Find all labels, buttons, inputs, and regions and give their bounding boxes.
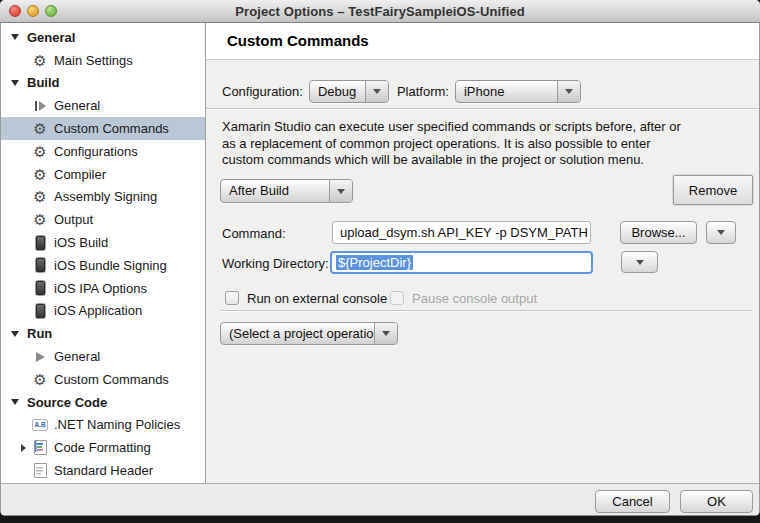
run-on-external-console-checkbox[interactable] [225,291,239,305]
command-variables-dropdown-button[interactable] [706,221,736,244]
sidebar-item-compiler[interactable]: Compiler [1,163,205,186]
platform-dropdown[interactable]: iPhone [455,80,581,103]
working-directory-label: Working Directory: [222,256,329,271]
disclosure-down-icon [11,34,19,40]
gear-icon [32,121,48,137]
run-on-external-console-label: Run on external console [247,291,387,306]
gear-icon [32,371,48,387]
platform-label: Platform: [397,84,449,99]
sidebar-item-label: Custom Commands [54,121,169,136]
chevron-down-icon [557,81,580,102]
sidebar-section-build[interactable]: Build [1,72,205,95]
gear-icon [32,143,48,159]
sidebar-item-main-settings[interactable]: Main Settings [1,49,205,72]
gear-icon [32,52,48,68]
working-directory-input[interactable]: ${ProjectDir} [330,251,593,274]
chevron-down-icon [636,260,644,265]
configuration-value: Debug [310,81,365,102]
sidebar-item-label: Custom Commands [54,372,169,387]
working-directory-variables-dropdown-button[interactable] [621,251,658,273]
sidebar-section-label: Source Code [27,395,107,410]
chevron-down-icon [717,230,725,235]
pause-console-output-label: Pause console output [412,291,537,306]
window-title: Project Options – TestFairySampleiOS-Uni… [0,0,760,23]
description-line: custom commands which will be available … [222,152,681,169]
play-icon [32,349,48,365]
sidebar-item-label: .NET Naming Policies [54,417,180,432]
iphone-icon [32,303,48,319]
sidebar-item-label: Code Formatting [54,440,151,455]
sidebar-section-source-code[interactable]: Source Code [1,391,205,414]
chevron-down-icon [365,81,388,102]
project-operation-value: (Select a project operation) [221,323,374,344]
sidebar-item-standard-header[interactable]: Standard Header [1,459,205,482]
project-options-window: Project Options – TestFairySampleiOS-Uni… [0,0,760,516]
divider [220,310,752,312]
sidebar-item-run-custom-commands[interactable]: Custom Commands [1,368,205,391]
sidebar-item-label: Main Settings [54,53,133,68]
sidebar-item-build-custom-commands[interactable]: Custom Commands [1,117,205,140]
gear-icon [32,166,48,182]
disclosure-down-icon [11,399,19,405]
gear-icon [32,189,48,205]
sidebar-section-label: Run [27,326,52,341]
sidebar-item-label: General [54,98,100,113]
ab-badge-icon [32,417,48,433]
remove-button[interactable]: Remove [673,175,753,205]
sidebar-item-net-naming-policies[interactable]: .NET Naming Policies [1,414,205,437]
configuration-row: Configuration: Debug Platform: iPhone [222,80,581,103]
sidebar-section-general[interactable]: General [1,26,205,49]
sidebar-item-configurations[interactable]: Configurations [1,140,205,163]
sidebar-item-ios-ipa-options[interactable]: iOS IPA Options [1,277,205,300]
project-operation-dropdown[interactable]: (Select a project operation) [220,322,398,345]
browse-button[interactable]: Browse... [620,221,697,244]
sidebar-item-label: iOS IPA Options [54,281,147,296]
disclosure-down-icon [11,331,19,337]
description-line: Xamarin Studio can execute user specifie… [222,119,681,136]
sidebar-item-output[interactable]: Output [1,208,205,231]
platform-value: iPhone [456,81,557,102]
cancel-button[interactable]: Cancel [595,490,670,513]
iphone-icon [32,235,48,251]
command-trigger-value: After Build [221,180,329,202]
sidebar-item-code-formatting[interactable]: Code Formatting [1,436,205,459]
configuration-dropdown[interactable]: Debug [309,80,389,103]
selected-text: ${ProjectDir} [336,255,413,270]
sidebar-item-ios-bundle-signing[interactable]: iOS Bundle Signing [1,254,205,277]
ok-button[interactable]: OK [680,490,753,513]
sidebar-item-label: iOS Bundle Signing [54,258,167,273]
command-label: Command: [222,226,286,241]
sidebar-item-label: Assembly Signing [54,189,157,204]
sidebar-section-run[interactable]: Run [1,322,205,345]
command-trigger-dropdown[interactable]: After Build [220,179,353,203]
chevron-down-icon [329,180,352,202]
build-icon [32,98,48,114]
title-bar[interactable]: Project Options – TestFairySampleiOS-Uni… [0,0,760,23]
document-icon [32,463,48,479]
sidebar-section-label: General [27,30,75,45]
sidebar-item-label: Output [54,212,93,227]
sidebar-item-label: Configurations [54,144,138,159]
sidebar-section-label: Build [27,75,60,90]
sidebar-item-label: General [54,349,100,364]
sidebar-item-ios-build[interactable]: iOS Build [1,231,205,254]
sidebar-item-ios-application[interactable]: iOS Application [1,300,205,323]
disclosure-right-icon[interactable] [21,444,26,452]
sidebar-item-label: iOS Application [54,303,142,318]
sidebar-item-assembly-signing[interactable]: Assembly Signing [1,186,205,209]
page-title: Custom Commands [227,32,369,49]
sidebar-item-build-general[interactable]: General [1,94,205,117]
gear-icon [32,212,48,228]
sidebar-item-run-general[interactable]: General [1,345,205,368]
panel-header: Custom Commands [206,23,759,60]
sidebar-item-label: Compiler [54,167,106,182]
command-input[interactable]: upload_dsym.sh API_KEY -p DSYM_PATH [332,221,591,244]
chevron-down-icon [374,323,397,344]
divider [206,108,759,110]
configuration-label: Configuration: [222,84,303,99]
description-text: Xamarin Studio can execute user specifie… [222,119,681,169]
iphone-icon [32,257,48,273]
disclosure-down-icon [11,80,19,86]
document-color-icon [32,440,48,456]
iphone-icon [32,280,48,296]
